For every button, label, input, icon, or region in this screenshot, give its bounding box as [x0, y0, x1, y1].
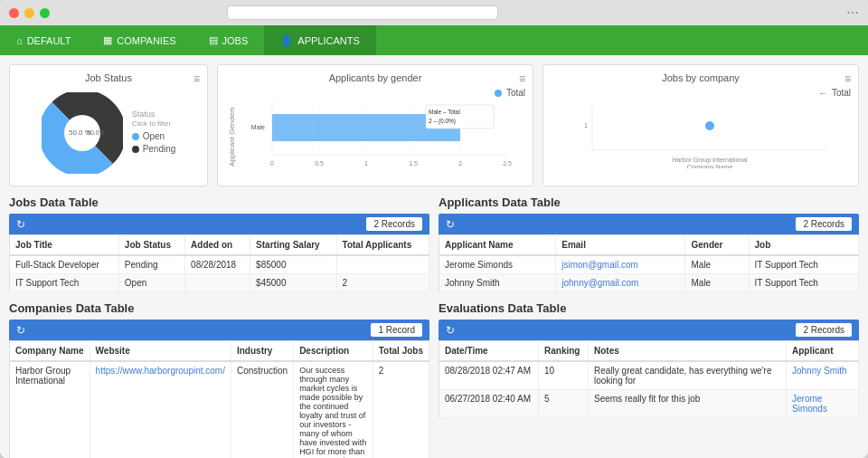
nav-applicants[interactable]: 👤 APPLICANTS [264, 25, 375, 55]
companies-table-section: Companies Data Table ↻ 1 Record Company … [9, 301, 429, 458]
datetime-cell: 08/28/2018 02:47 AM [439, 361, 539, 390]
bar-svg: 0 0.5 1 1.5 2 2.5 [236, 100, 525, 173]
gender-chart-menu[interactable]: ≡ [519, 72, 525, 85]
legend-pending[interactable]: Pending [132, 144, 176, 154]
svg-text:1.5: 1.5 [409, 160, 418, 167]
col-job-status[interactable]: Job Status [118, 235, 184, 256]
col-ranking[interactable]: Ranking [539, 341, 589, 362]
col-description[interactable]: Description [294, 341, 373, 362]
col-added-on[interactable]: Added on [185, 235, 250, 256]
app-job-cell: IT Support Tech [749, 274, 858, 292]
nav-companies[interactable]: ▦ COMPANIES [87, 25, 192, 55]
pie-chart-svg: 50.0 % 50.0% [42, 92, 123, 174]
jobs-refresh-icon[interactable]: ↻ [16, 218, 25, 231]
svg-text:Harbor Group International: Harbor Group International [672, 157, 748, 164]
nav-jobs[interactable]: ▤ JOBS [193, 25, 265, 55]
col-eval-applicant[interactable]: Applicant [787, 341, 859, 362]
bottom-tables-row: Companies Data Table ↻ 1 Record Company … [9, 301, 859, 458]
evaluations-records-badge: 2 Records [796, 323, 852, 337]
col-industry[interactable]: Industry [231, 341, 293, 362]
col-applicants[interactable]: Total Applicants [336, 235, 429, 256]
job-status-cell: Pending [118, 255, 184, 274]
companies-table-title: Companies Data Table [9, 301, 429, 315]
top-tables-row: Jobs Data Table ↻ 2 Records Job Title Jo… [9, 196, 859, 292]
app-name-cell: Johnny Smith [439, 274, 556, 292]
app-job-cell: IT Support Tech [749, 255, 858, 274]
legend-open[interactable]: Open [132, 131, 176, 141]
svg-text:Company Name: Company Name [687, 164, 733, 168]
jobs-data-table: Job Title Job Status Added on Starting S… [9, 234, 429, 292]
evaluations-table-section: Evaluations Data Table ↻ 2 Records Date/… [439, 301, 859, 458]
eval-applicant-cell[interactable]: Johnny Smith [787, 361, 859, 390]
ranking-cell: 10 [539, 361, 589, 390]
evaluations-toolbar: ↻ 2 Records [439, 320, 859, 340]
applicants-data-table: Applicant Name Email Gender Job Jerome S… [439, 234, 859, 292]
gender-legend: Total [225, 88, 525, 98]
pending-dot [132, 146, 139, 153]
col-total-jobs[interactable]: Total Jobs [373, 341, 429, 362]
col-notes[interactable]: Notes [589, 341, 787, 362]
applicants-table-section: Applicants Data Table ↻ 2 Records Applic… [439, 196, 859, 292]
address-bar[interactable] [227, 5, 498, 20]
app-gender-cell: Male [685, 255, 749, 274]
jobs-table-section: Jobs Data Table ↻ 2 Records Job Title Jo… [9, 196, 429, 292]
home-icon: ⌂ [16, 35, 23, 46]
dot-chart-area: 1 Harbor Group International Company Nam… [551, 100, 851, 173]
applicants-cell: 2 [336, 274, 429, 292]
companies-refresh-icon[interactable]: ↻ [16, 324, 25, 337]
svg-text:0: 0 [270, 160, 274, 167]
svg-point-23 [705, 121, 714, 130]
desc-cell: Our success through many market cycles i… [294, 361, 373, 458]
eval-applicant-cell[interactable]: Jerome Simonds [787, 390, 859, 418]
col-datetime[interactable]: Date/Time [439, 341, 539, 362]
company-name-cell: Harbor Group International [10, 361, 90, 458]
charts-row: Job Status ≡ 50.0 % 50.0% [9, 64, 859, 186]
title-bar: ⋯ [0, 0, 868, 25]
jobs-toolbar: ↻ 2 Records [9, 214, 429, 234]
notes-cell: Seems really fit for this job [589, 390, 787, 418]
maximize-button[interactable] [40, 8, 50, 18]
svg-text:Male – Total: Male – Total [429, 109, 460, 115]
svg-text:2 – (0.0%): 2 – (0.0%) [429, 118, 456, 125]
added-on-cell: 08/28/2018 [185, 255, 250, 274]
col-job-title[interactable]: Job Title [10, 235, 119, 256]
svg-text:1: 1 [584, 122, 588, 129]
jobs-company-menu[interactable]: ≡ [844, 72, 851, 85]
bar-chart-area: Applicant Genders 0 0.5 1 1.5 2 [225, 100, 525, 173]
applicants-refresh-icon[interactable]: ↻ [446, 218, 455, 231]
col-app-gender[interactable]: Gender [685, 235, 749, 256]
jobs-company-chart: Jobs by company ≡ ← Total 1 [542, 64, 859, 186]
datetime-cell: 06/27/2018 02:40 AM [439, 390, 539, 418]
jobs-icon: ▤ [209, 34, 218, 46]
nav-default[interactable]: ⌂ DEFAULT [0, 26, 87, 55]
table-row: Jerome Simonds jsimon@gmail.com Male IT … [439, 255, 859, 274]
website-cell[interactable]: https://www.harborgroupint.com/ [90, 361, 231, 458]
job-status-title: Job Status [17, 72, 200, 83]
app-email-cell[interactable]: johnny@gmail.com [556, 274, 685, 292]
status-label: Status Click to filter [132, 110, 176, 128]
pie-pending-pct: 50.0% [87, 129, 105, 136]
close-button[interactable] [9, 8, 19, 18]
app-email-cell[interactable]: jsimon@gmail.com [556, 255, 685, 274]
col-app-name[interactable]: Applicant Name [439, 235, 556, 256]
svg-text:0.5: 0.5 [315, 160, 324, 167]
minimize-button[interactable] [24, 8, 34, 18]
svg-text:1: 1 [364, 160, 368, 167]
evaluations-refresh-icon[interactable]: ↻ [446, 324, 455, 337]
salary-cell: $45000 [250, 274, 336, 292]
ranking-cell: 5 [539, 390, 589, 418]
col-app-email[interactable]: Email [556, 235, 685, 256]
companies-records-badge: 1 Record [371, 323, 422, 337]
table-row: 06/27/2018 02:40 AM 5 Seems really fit f… [439, 390, 859, 418]
app-gender-cell: Male [685, 274, 749, 292]
bar-chart-inner: 0 0.5 1 1.5 2 2.5 [236, 100, 525, 173]
col-website[interactable]: Website [90, 341, 231, 362]
col-app-job[interactable]: Job [749, 235, 858, 256]
job-status-chart: Job Status ≡ 50.0 % 50.0% [9, 64, 208, 186]
col-company-name[interactable]: Company Name [10, 341, 90, 362]
table-row: 08/28/2018 02:47 AM 10 Really great cand… [439, 361, 859, 390]
col-salary[interactable]: Starting Salary [250, 235, 336, 256]
browser-menu[interactable]: ⋯ [846, 5, 859, 20]
arrow-icon: ← [818, 88, 827, 98]
job-status-menu[interactable]: ≡ [193, 72, 200, 85]
